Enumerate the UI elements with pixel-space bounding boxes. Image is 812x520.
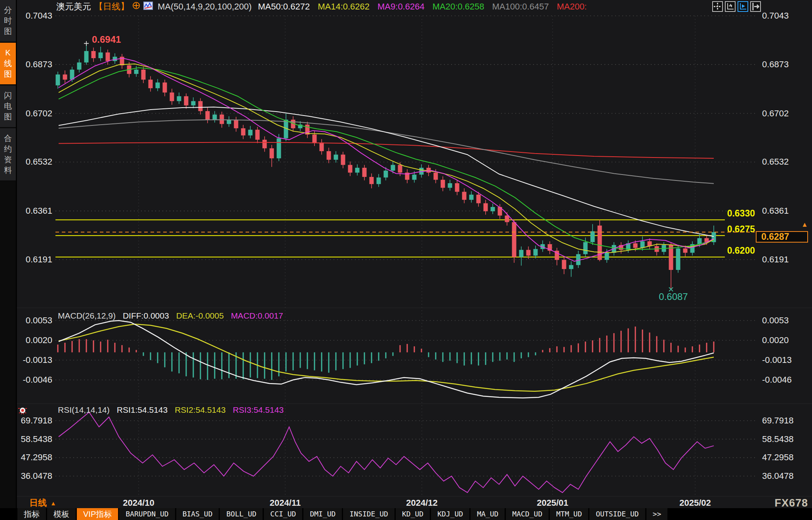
tab-MTM_UD[interactable]: MTM_UD [550, 508, 588, 520]
alert-icon[interactable] [17, 405, 29, 419]
ma-readouts: MA50:0.6272MA14:0.6262MA9:0.6264MA20:0.6… [258, 2, 587, 12]
candlesticks [56, 45, 716, 289]
sidebar-item-3[interactable]: 合约资料 [0, 128, 16, 182]
ma9-line [59, 58, 714, 261]
svg-text:0.0020: 0.0020 [26, 335, 52, 345]
tab-BIAS_UD[interactable]: BIAS_UD [176, 508, 219, 520]
svg-text:0.7043: 0.7043 [762, 11, 789, 21]
svg-text:0.6200: 0.6200 [727, 245, 755, 256]
svg-text:0.6330: 0.6330 [727, 208, 755, 218]
rsi1-readout: RSI1:54.5143 [117, 405, 168, 415]
chart-header: 澳元美元 【日线】 MA(50,14,9,20,100,200) MA50:0.… [56, 1, 587, 12]
sidebar-item-2[interactable]: 闪电图 [0, 85, 16, 128]
tab-BOLL_UD[interactable]: BOLL_UD [220, 508, 263, 520]
tab-INSIDE_UD[interactable]: INSIDE_UD [343, 508, 395, 520]
rsi-line [59, 412, 714, 492]
svg-text:0.7043: 0.7043 [26, 11, 52, 21]
date-label-0: 2024/10 [123, 498, 154, 508]
svg-text:0.6361: 0.6361 [762, 206, 789, 216]
rsi-header: RSI(14,14,14) RSI1:54.5143 RSI2:54.5143 … [58, 405, 284, 415]
macd-macd-readout: MACD:0.0017 [231, 311, 283, 321]
svg-text:-0.0013: -0.0013 [23, 355, 52, 365]
macd-diff-readout: DIFF:0.0003 [123, 311, 169, 321]
svg-text:0.6702: 0.6702 [762, 108, 789, 118]
svg-text:0.6532: 0.6532 [762, 157, 789, 167]
svg-text:36.0478: 36.0478 [762, 471, 794, 481]
svg-text:69.7918: 69.7918 [762, 416, 794, 425]
current-price-tag: 0.6287 [756, 231, 808, 243]
svg-text:47.2958: 47.2958 [21, 452, 52, 462]
mini-chart-icon[interactable] [143, 2, 153, 12]
period-selector-label: 日线 [29, 497, 47, 509]
ma-readout-5: MA200: [557, 2, 587, 12]
ma-readout-4: MA100:0.6457 [492, 2, 549, 12]
svg-text:0.0053: 0.0053 [762, 315, 789, 325]
svg-text:47.2958: 47.2958 [762, 452, 794, 462]
axis-play-icon[interactable] [738, 1, 748, 12]
macd-dea-readout: DEA:-0.0005 [176, 311, 224, 321]
period-tag[interactable]: 【日线】 [94, 1, 129, 13]
macd-header: MACD(26,12,9) DIFF:0.0003 DEA:-0.0005 MA… [58, 311, 283, 321]
current-price-value: 0.6287 [761, 232, 789, 242]
date-label-2: 2024/12 [406, 498, 438, 508]
target-icon[interactable] [132, 2, 140, 12]
svg-text:0.6191: 0.6191 [762, 254, 789, 264]
tab-MACD_UD[interactable]: MACD_UD [506, 508, 549, 520]
date-label-4: 2025/02 [679, 498, 711, 508]
tab-KD_UD[interactable]: KD_UD [396, 508, 430, 520]
tab-BARUPDN_UD[interactable]: BARUPDN_UD [119, 508, 175, 520]
ma-settings-label: MA(50,14,9,20,100,200) [158, 2, 252, 12]
svg-text:-0.0046: -0.0046 [762, 375, 792, 385]
ma-readout-3: MA20:0.6258 [433, 2, 484, 12]
ma-readout-0: MA50:0.6272 [258, 2, 310, 12]
tab-OUTSIDE_UD[interactable]: OUTSIDE_UD [589, 508, 645, 520]
svg-text:0.6087: 0.6087 [659, 291, 688, 302]
tab-指标[interactable]: 指标 [17, 508, 46, 520]
tab-MA_UD[interactable]: MA_UD [471, 508, 505, 520]
svg-text:58.5438: 58.5438 [21, 434, 52, 444]
chart-type-sidebar: 分时图K线图闪电图合约资料 [0, 0, 16, 520]
ma-readout-2: MA9:0.6264 [377, 2, 425, 12]
svg-text:0.0053: 0.0053 [26, 315, 52, 325]
svg-text:-0.0046: -0.0046 [23, 375, 52, 385]
price-up-arrow-icon: ▲ [801, 221, 808, 229]
svg-text:-0.0013: -0.0013 [762, 355, 792, 365]
chart-canvas[interactable]: 0.70430.70430.68730.68730.67020.67020.65… [0, 0, 812, 520]
sidebar-item-0[interactable]: 分时图 [0, 0, 16, 43]
indicator-tabbar: 指标模板VIP指标BARUPDN_UDBIAS_UDBOLL_UDCCI_UDD… [0, 508, 812, 520]
symbol-name: 澳元美元 [56, 1, 91, 13]
diff-line [59, 321, 714, 398]
ma200-line [59, 142, 714, 159]
axis-range-icon[interactable] [725, 1, 736, 12]
ma14-line [59, 64, 714, 253]
tab->>[interactable]: >> [646, 508, 668, 520]
svg-text:0.6191: 0.6191 [26, 254, 52, 264]
macd-title: MACD(26,12,9) [58, 311, 116, 321]
move-crosshair-icon[interactable] [712, 1, 723, 12]
rsi3-readout: RSI3:54.5143 [233, 405, 284, 415]
tab-CCI_UD[interactable]: CCI_UD [264, 508, 302, 520]
svg-text:0.0020: 0.0020 [762, 335, 789, 345]
svg-text:58.5438: 58.5438 [762, 434, 794, 444]
trading-app: { "app": {"watermark": "FX678"}, "sideba… [0, 0, 812, 520]
rsi2-readout: RSI2:54.5143 [175, 405, 225, 415]
date-label-1: 2024/11 [270, 498, 301, 508]
tab-模板[interactable]: 模板 [47, 508, 76, 520]
tab-VIP指标[interactable]: VIP指标 [77, 508, 118, 520]
chart-toolbar [712, 1, 761, 12]
collapse-right-icon[interactable] [750, 1, 761, 12]
date-label-3: 2025/01 [537, 498, 568, 508]
svg-text:36.0478: 36.0478 [21, 471, 52, 481]
watermark: FX678 [774, 497, 808, 509]
period-up-triangle-icon: ▲ [50, 500, 56, 507]
period-selector[interactable]: 日线 ▲ [29, 497, 56, 509]
sidebar-item-1[interactable]: K线图 [0, 43, 16, 85]
svg-text:0.6361: 0.6361 [26, 206, 52, 216]
svg-text:0.6873: 0.6873 [762, 59, 789, 69]
tab-KDJ_UD[interactable]: KDJ_UD [431, 508, 469, 520]
svg-text:0.6941: 0.6941 [92, 34, 121, 45]
svg-text:0.6702: 0.6702 [26, 108, 52, 118]
tab-DMI_UD[interactable]: DMI_UD [303, 508, 342, 520]
macd-histogram [58, 326, 714, 380]
svg-text:0.6275: 0.6275 [727, 224, 755, 234]
